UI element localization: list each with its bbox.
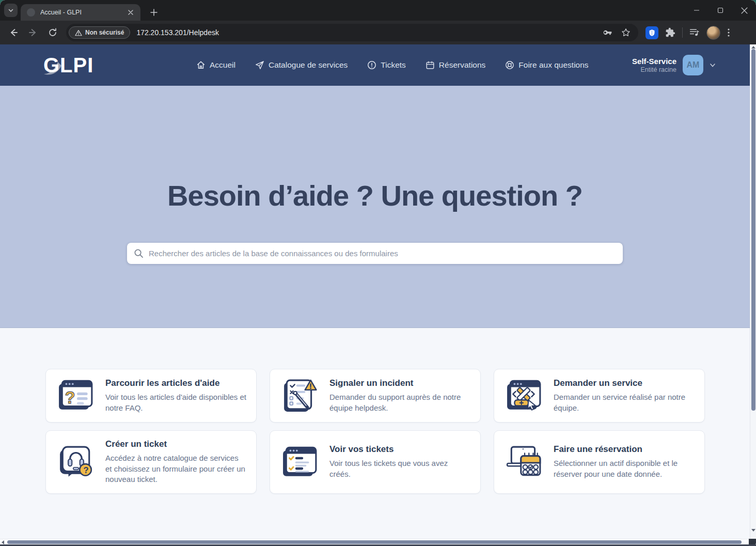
svg-text:?: ? (83, 465, 88, 474)
tab-title: Accueil - GLPI (40, 9, 126, 16)
browser-toolbar: Non sécurisé 172.20.153.201/Helpdesk (0, 21, 756, 44)
card-create-ticket[interactable]: ? Créer un ticket Accédez à notre catalo… (45, 430, 257, 494)
calendar-icon (426, 60, 435, 70)
page-title: Besoin d’aide ? Une question ? (167, 179, 582, 212)
glpi-menu: Accueil Catalogue de services Tickets Ré… (196, 60, 589, 70)
hero-banner: Besoin d’aide ? Une question ? (0, 86, 750, 328)
user-menu[interactable]: Self-Service Entité racine AM (632, 55, 716, 75)
browser-window: Accueil - GLPI Non sécurisé (0, 0, 756, 546)
close-button[interactable] (732, 0, 756, 21)
url-bar[interactable]: Non sécurisé 172.20.153.201/Helpdesk (66, 24, 638, 41)
profile-name: Self-Service (632, 57, 676, 66)
back-button[interactable] (5, 24, 22, 41)
security-label: Non sécurisé (85, 29, 124, 36)
chevron-down-icon (710, 62, 716, 68)
request-service-icon (503, 378, 545, 414)
warning-icon (75, 29, 82, 36)
reload-button[interactable] (44, 24, 61, 41)
shield-extension-icon[interactable] (645, 26, 658, 39)
browser-titlebar: Accueil - GLPI (0, 0, 756, 21)
forward-button[interactable] (25, 24, 41, 41)
menu-label: Réservations (439, 60, 485, 70)
card-description: Demander du support auprès de notre équi… (329, 392, 471, 413)
card-description: Sélectionner un actif disponible et le r… (554, 458, 695, 479)
scroll-left-arrow-icon[interactable] (2, 540, 4, 544)
menu-item-reservations[interactable]: Réservations (426, 60, 485, 70)
home-icon (196, 60, 206, 70)
card-title: Signaler un incident (329, 378, 471, 388)
card-description: Voir tous les articles d'aide disponible… (105, 392, 247, 413)
browser-profile-avatar[interactable] (706, 26, 720, 40)
menu-label: Catalogue de services (269, 60, 348, 70)
menu-item-faq[interactable]: Foire aux questions (505, 60, 588, 70)
create-ticket-icon: ? (55, 444, 97, 480)
horizontal-scrollbar[interactable] (0, 539, 756, 544)
search-input[interactable] (127, 243, 623, 264)
card-description: Voir tous les tickets que vous avez créé… (329, 458, 471, 479)
scroll-up-arrow-icon[interactable] (751, 46, 755, 49)
horizontal-scrollbar-thumb[interactable] (7, 540, 742, 544)
make-reservation-icon (503, 444, 545, 480)
card-make-reservation[interactable]: Faire une réservation Sélectionner un ac… (494, 430, 705, 494)
maximize-button[interactable] (708, 0, 732, 21)
card-title: Parcourir les articles d'aide (105, 378, 247, 388)
card-title: Voir vos tickets (329, 444, 471, 455)
toolbar-separator (682, 27, 683, 38)
lifebuoy-icon (505, 60, 514, 70)
extensions-puzzle-icon[interactable] (665, 27, 675, 38)
card-title: Demander un service (554, 378, 695, 388)
bookmark-star-icon[interactable] (621, 27, 631, 38)
tab-search-button[interactable] (4, 4, 18, 17)
kebab-menu-icon[interactable] (727, 28, 730, 37)
menu-item-tickets[interactable]: Tickets (367, 60, 406, 70)
avatar[interactable]: AM (683, 55, 703, 75)
search-icon (134, 248, 144, 258)
profile-entity: Entité racine (632, 66, 676, 73)
main-content: ? Parcourir les articles d'aide Voir tou… (0, 328, 750, 539)
media-controls-icon[interactable] (689, 28, 700, 37)
vertical-scrollbar-thumb[interactable] (751, 49, 755, 411)
card-report-incident[interactable]: Signaler un incident Demander du support… (270, 369, 481, 423)
new-tab-button[interactable] (147, 5, 161, 20)
glpi-navbar: GLPI Accueil Catalogue de services Ticke… (0, 44, 756, 86)
send-icon (255, 60, 264, 70)
report-incident-icon (279, 378, 321, 414)
menu-item-catalogue[interactable]: Catalogue de services (255, 60, 348, 70)
card-request-service[interactable]: Demander un service Demander un service … (494, 369, 705, 423)
search-bar (127, 243, 623, 264)
window-controls (685, 0, 756, 21)
security-chip[interactable]: Non sécurisé (69, 26, 130, 39)
view-tickets-icon (279, 444, 321, 480)
menu-label: Foire aux questions (518, 60, 588, 70)
plus-icon (150, 9, 158, 16)
password-key-icon[interactable] (602, 27, 612, 38)
scroll-down-arrow-icon[interactable] (751, 529, 755, 532)
cards-grid: ? Parcourir les articles d'aide Voir tou… (45, 369, 705, 494)
alert-circle-icon (367, 60, 376, 70)
menu-label: Tickets (381, 60, 406, 70)
menu-item-accueil[interactable]: Accueil (196, 60, 235, 70)
card-title: Faire une réservation (554, 444, 695, 455)
glpi-logo[interactable]: GLPI (42, 53, 104, 77)
svg-text:GLPI: GLPI (43, 54, 93, 76)
minimize-button[interactable] (685, 0, 708, 21)
browser-tab[interactable]: Accueil - GLPI (21, 4, 140, 21)
glpi-favicon (27, 8, 35, 17)
card-description: Demander un service réalisé par notre éq… (554, 392, 695, 413)
card-title: Créer un ticket (105, 439, 247, 449)
vertical-scrollbar[interactable] (750, 44, 756, 539)
card-browse-help-articles[interactable]: ? Parcourir les articles d'aide Voir tou… (45, 369, 257, 423)
chevron-down-icon (8, 7, 14, 13)
url-text[interactable]: 172.20.153.201/Helpdesk (136, 28, 602, 37)
svg-text:?: ? (65, 388, 75, 407)
card-view-tickets[interactable]: Voir vos tickets Voir tous les tickets q… (270, 430, 481, 494)
help-articles-icon: ? (55, 378, 97, 414)
tab-close-icon[interactable] (126, 8, 135, 17)
menu-label: Accueil (210, 60, 235, 70)
desktop-background: Accueil - GLPI Non sécurisé (0, 0, 756, 546)
card-description: Accédez à notre catalogue de services et… (105, 453, 247, 485)
